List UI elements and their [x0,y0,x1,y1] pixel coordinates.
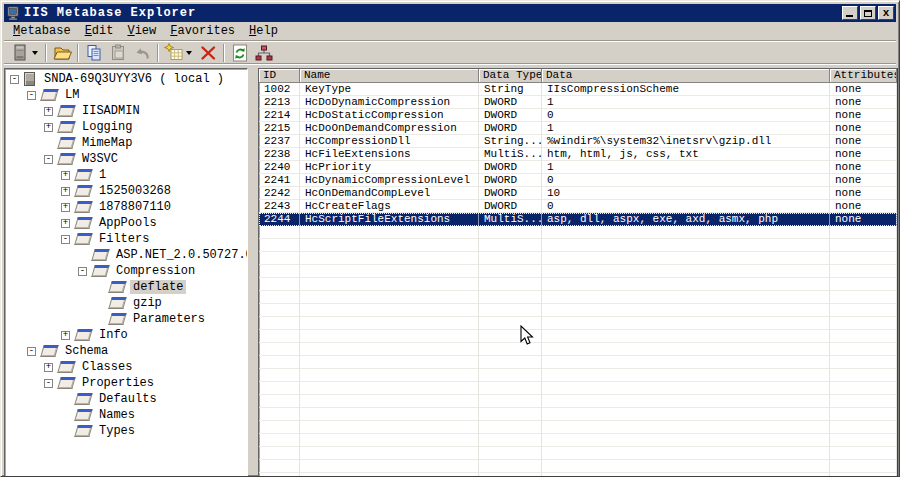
collapse-icon[interactable]: - [44,155,53,164]
tree-item-names[interactable]: Names [5,407,247,423]
tree-item-label[interactable]: AppPools [96,216,160,230]
property-row-2242[interactable]: 2242HcOnDemandCompLevelDWORD10none [259,187,897,200]
expand-icon[interactable]: + [44,123,53,132]
tree-item-label[interactable]: 1 [96,168,109,182]
menu-favorites[interactable]: Favorites [163,23,242,39]
tree-item-deflate[interactable]: deflate [5,279,247,295]
tree-item-compression[interactable]: -Compression [5,263,247,279]
tree-item-classes[interactable]: +Classes [5,359,247,375]
new-key-button[interactable] [162,43,186,63]
tree-item-label[interactable]: IISADMIN [79,104,143,118]
empty-cell [259,473,300,476]
tree-item-asp-net-2-0-50727-0[interactable]: ASP.NET_2.0.50727.0 [5,247,247,263]
tree-item-iisadmin[interactable]: +IISADMIN [5,103,247,119]
minimize-button[interactable] [842,6,858,20]
property-row-2238[interactable]: 2238HcFileExtensionsMultiS...htm, html, … [259,148,897,161]
tree-item-label[interactable]: Types [96,424,138,438]
pane-splitter[interactable] [248,64,258,473]
tree-item-label[interactable]: Schema [62,344,111,358]
tree-item-label[interactable]: gzip [130,296,165,310]
tree-item-snda-69q3uyy3v6-local-[interactable]: -SNDA-69Q3UYY3V6 ( local ) [5,71,247,87]
property-row-2243[interactable]: 2243HcCreateFlagsDWORD0none [259,200,897,213]
tree-item-label[interactable]: deflate [130,280,186,294]
column-header-id[interactable]: ID [259,69,300,83]
tree-item-label[interactable]: Compression [113,264,198,278]
tree-item-label[interactable]: Classes [79,360,135,374]
tree-item-1525003268[interactable]: +1525003268 [5,183,247,199]
empty-cell [830,421,897,434]
tree-item-label[interactable]: 1878807110 [96,200,174,214]
tree-item-label[interactable]: Parameters [130,312,208,326]
tree-item-label[interactable]: Logging [79,120,135,134]
expand-icon[interactable]: + [61,203,70,212]
open-button[interactable] [50,43,74,63]
collapse-icon[interactable]: - [27,347,36,356]
menu-edit[interactable]: Edit [78,23,121,39]
expand-icon[interactable]: + [61,219,70,228]
tree-item-label[interactable]: LM [62,88,82,102]
property-row-2241[interactable]: 2241HcDynamicCompressionLevelDWORD0none [259,174,897,187]
title-bar[interactable]: IIS Metabase Explorer x [4,4,896,22]
expand-icon[interactable]: + [61,331,70,340]
expand-icon[interactable]: + [61,171,70,180]
collapse-icon[interactable]: - [61,235,70,244]
tree-item-label[interactable]: SNDA-69Q3UYY3V6 ( local ) [41,72,227,86]
tree-item-label[interactable]: ASP.NET_2.0.50727.0 [113,248,248,262]
tree-item-gzip[interactable]: gzip [5,295,247,311]
column-header-data[interactable]: Data [542,69,830,83]
tree-item-label[interactable]: MimeMap [79,136,135,150]
delete-button[interactable] [196,43,220,63]
undo-button[interactable] [130,43,154,63]
tree-item-1[interactable]: +1 [5,167,247,183]
new-key-dropdown-icon[interactable] [186,51,192,55]
menu-view[interactable]: View [120,23,163,39]
tree-item-label[interactable]: Properties [79,376,157,390]
tree-item-filters[interactable]: -Filters [5,231,247,247]
column-header-attributes[interactable]: Attributes [830,69,897,83]
maximize-button[interactable] [860,6,876,20]
tree-item-lm[interactable]: -LM [5,87,247,103]
tree-item-defaults[interactable]: Defaults [5,391,247,407]
expand-icon[interactable]: + [44,363,53,372]
tree-item-label[interactable]: Defaults [96,392,160,406]
connect-server-dropdown-icon[interactable] [32,51,38,55]
tree-item-parameters[interactable]: Parameters [5,311,247,327]
collapse-icon[interactable]: - [44,379,53,388]
connect-server-button[interactable] [8,43,32,63]
property-row-2237[interactable]: 2237HcCompressionDllString...%windir%\sy… [259,135,897,148]
expand-icon[interactable]: + [61,187,70,196]
paste-button[interactable] [106,43,130,63]
collapse-icon[interactable]: - [78,267,87,276]
collapse-icon[interactable]: - [27,91,36,100]
close-button[interactable]: x [878,6,894,20]
tree-item-w3svc[interactable]: -W3SVC [5,151,247,167]
column-header-name[interactable]: Name [300,69,479,83]
collapse-icon[interactable]: - [10,75,19,84]
view-tree-button[interactable] [252,43,276,63]
tree-item-properties[interactable]: -Properties [5,375,247,391]
tree-item-label[interactable]: Names [96,408,138,422]
property-row-2214[interactable]: 2214HcDoStaticCompressionDWORD0none [259,109,897,122]
copy-button[interactable] [82,43,106,63]
tree-item-mimemap[interactable]: MimeMap [5,135,247,151]
tree-item-label[interactable]: 1525003268 [96,184,174,198]
property-row-1002[interactable]: 1002KeyTypeStringIIsCompressionSchemenon… [259,83,897,96]
property-row-2215[interactable]: 2215HcDoOnDemandCompressionDWORD1none [259,122,897,135]
column-header-data-type[interactable]: Data Type [479,69,542,83]
menu-help[interactable]: Help [242,23,285,39]
tree-item-info[interactable]: +Info [5,327,247,343]
property-row-2240[interactable]: 2240HcPriorityDWORD1none [259,161,897,174]
tree-item-apppools[interactable]: +AppPools [5,215,247,231]
property-row-2244[interactable]: 2244HcScriptFileExtensionsMultiS...asp, … [259,213,897,226]
tree-item-label[interactable]: Filters [96,232,152,246]
tree-item-schema[interactable]: -Schema [5,343,247,359]
menu-metabase[interactable]: Metabase [6,23,78,39]
property-row-2213[interactable]: 2213HcDoDynamicCompressionDWORD1none [259,96,897,109]
tree-item-logging[interactable]: +Logging [5,119,247,135]
refresh-button[interactable] [228,43,252,63]
tree-item-label[interactable]: Info [96,328,131,342]
expand-icon[interactable]: + [44,107,53,116]
tree-item-1878807110[interactable]: +1878807110 [5,199,247,215]
tree-item-label[interactable]: W3SVC [79,152,121,166]
tree-item-types[interactable]: Types [5,423,247,439]
